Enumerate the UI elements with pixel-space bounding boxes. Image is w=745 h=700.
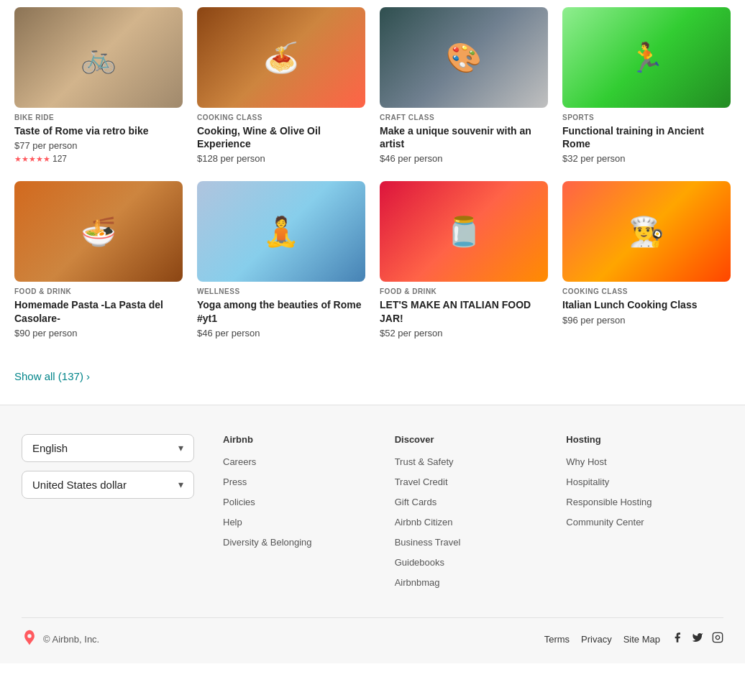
experience-grid: 🚲 BIKE RIDE Taste of Rome via retro bike… xyxy=(0,0,745,363)
review-count: 127 xyxy=(52,154,67,164)
footer-link[interactable]: Travel Credit xyxy=(395,476,448,487)
footer-col-discover: DiscoverTrust & SafetyTravel CreditGift … xyxy=(395,434,552,596)
card-image: 🧘 xyxy=(197,181,365,282)
experience-card[interactable]: 🧘 WELLNESS Yoga among the beauties of Ro… xyxy=(197,181,365,341)
experience-card[interactable]: 🚲 BIKE RIDE Taste of Rome via retro bike… xyxy=(14,7,183,167)
card-price: $52 per person xyxy=(380,328,548,339)
card-image: 👨‍🍳 xyxy=(562,181,731,282)
footer-link[interactable]: Guidebooks xyxy=(395,557,444,568)
card-title: Italian Lunch Cooking Class xyxy=(562,298,731,311)
footer-link[interactable]: Gift Cards xyxy=(395,497,437,507)
card-image: 🏃 xyxy=(562,7,731,108)
svg-rect-0 xyxy=(713,633,722,643)
card-image-emoji: 🚲 xyxy=(14,7,183,108)
card-image: 🍝 xyxy=(197,7,365,108)
social-icons xyxy=(672,632,723,646)
copyright-text: © Airbnb, Inc. xyxy=(43,634,99,645)
card-image-emoji: 🍜 xyxy=(14,181,183,282)
card-image-emoji: 🎨 xyxy=(380,7,548,108)
footer-link-item: Diversity & Belonging xyxy=(223,535,380,548)
footer-bottom-left: © Airbnb, Inc. xyxy=(22,630,99,649)
footer-link[interactable]: Airbnb Citizen xyxy=(395,517,453,528)
experience-card[interactable]: 🍜 FOOD & DRINK Homemade Pasta -La Pasta … xyxy=(14,181,183,341)
experience-card[interactable]: 🏃 SPORTS Functional training in Ancient … xyxy=(562,7,731,167)
card-title: Cooking, Wine & Olive Oil Experience xyxy=(197,124,365,150)
footer-link[interactable]: Why Host xyxy=(566,456,606,467)
experience-card[interactable]: 🫙 FOOD & DRINK LET'S MAKE AN ITALIAN FOO… xyxy=(380,181,548,341)
card-rating: ★★★★★ 127 xyxy=(14,154,183,164)
experience-card[interactable]: 👨‍🍳 COOKING CLASS Italian Lunch Cooking … xyxy=(562,181,731,341)
footer-col-airbnb: AirbnbCareersPressPoliciesHelpDiversity … xyxy=(223,434,380,596)
footer-link-item: Gift Cards xyxy=(395,495,552,508)
card-title: Functional training in Ancient Rome xyxy=(562,124,731,150)
footer-link-item: Why Host xyxy=(566,455,723,468)
footer-col-heading: Airbnb xyxy=(223,434,380,445)
card-image: 🍜 xyxy=(14,181,183,282)
stars-icon: ★★★★★ xyxy=(14,155,50,164)
card-price: $32 per person xyxy=(562,153,731,164)
footer-link[interactable]: Trust & Safety xyxy=(395,456,454,467)
experience-card[interactable]: 🍝 COOKING CLASS Cooking, Wine & Olive Oi… xyxy=(197,7,365,167)
show-all-link[interactable]: Show all (137) › xyxy=(14,370,90,382)
card-image-emoji: 🏃 xyxy=(562,7,731,108)
footer: English ▾ United States dollar ▾ AirbnbC… xyxy=(0,405,745,663)
card-category: BIKE RIDE xyxy=(14,114,183,121)
card-image-emoji: 🫙 xyxy=(380,181,548,282)
footer-link-item: Press xyxy=(223,475,380,488)
footer-link-item: Airbnb Citizen xyxy=(395,515,552,528)
chevron-down-icon: ▾ xyxy=(178,479,183,490)
experience-card[interactable]: 🎨 CRAFT CLASS Make a unique souvenir wit… xyxy=(380,7,548,167)
footer-link[interactable]: Airbnbmag xyxy=(395,577,440,588)
card-category: WELLNESS xyxy=(197,287,365,295)
sitemap-link[interactable]: Site Map xyxy=(623,634,660,645)
card-image-emoji: 👨‍🍳 xyxy=(562,181,731,282)
card-image-emoji: 🧘 xyxy=(197,181,365,282)
currency-selector[interactable]: United States dollar ▾ xyxy=(22,471,194,499)
footer-link-item: Travel Credit xyxy=(395,475,552,488)
card-price: $46 per person xyxy=(380,153,548,164)
footer-link-item: Hospitality xyxy=(566,475,723,488)
facebook-icon[interactable] xyxy=(672,632,683,646)
privacy-link[interactable]: Privacy xyxy=(581,634,612,645)
twitter-icon[interactable] xyxy=(692,632,703,646)
instagram-icon[interactable] xyxy=(712,632,723,646)
airbnb-logo-icon xyxy=(22,630,37,649)
card-category: SPORTS xyxy=(562,114,731,121)
footer-link[interactable]: Help xyxy=(223,517,242,528)
footer-link[interactable]: Hospitality xyxy=(566,476,609,487)
footer-link[interactable]: Responsible Hosting xyxy=(566,497,652,507)
card-title: Homemade Pasta -La Pasta del Casolare- xyxy=(14,298,183,324)
card-price: $46 per person xyxy=(197,328,365,339)
footer-link-item: Community Center xyxy=(566,515,723,528)
terms-link[interactable]: Terms xyxy=(544,634,570,645)
card-category: COOKING CLASS xyxy=(562,287,731,295)
footer-link-item: Business Travel xyxy=(395,535,552,548)
card-title: Taste of Rome via retro bike xyxy=(14,124,183,137)
footer-link-item: Airbnbmag xyxy=(395,576,552,589)
language-selector[interactable]: English ▾ xyxy=(22,434,194,462)
footer-bottom: © Airbnb, Inc. Terms Privacy Site Map xyxy=(22,617,723,649)
show-all-container: Show all (137) › xyxy=(0,363,745,405)
footer-link-item: Help xyxy=(223,515,380,528)
card-price: $90 per person xyxy=(14,328,183,339)
footer-link-item: Responsible Hosting xyxy=(566,495,723,508)
footer-bottom-right: Terms Privacy Site Map xyxy=(544,632,723,646)
card-image: 🚲 xyxy=(14,7,183,108)
footer-link[interactable]: Diversity & Belonging xyxy=(223,537,312,548)
card-image: 🫙 xyxy=(380,181,548,282)
footer-col-heading: Discover xyxy=(395,434,552,445)
footer-link[interactable]: Community Center xyxy=(566,517,644,528)
card-title: Yoga among the beauties of Rome #yt1 xyxy=(197,298,365,324)
currency-label: United States dollar xyxy=(32,479,127,491)
footer-link[interactable]: Policies xyxy=(223,497,255,507)
card-price: $128 per person xyxy=(197,153,365,164)
footer-col-hosting: HostingWhy HostHospitalityResponsible Ho… xyxy=(566,434,723,596)
footer-locale: English ▾ United States dollar ▾ xyxy=(22,434,209,596)
footer-link-item: Policies xyxy=(223,495,380,508)
card-category: COOKING CLASS xyxy=(197,114,365,121)
footer-link[interactable]: Careers xyxy=(223,456,256,467)
card-title: LET'S MAKE AN ITALIAN FOOD JAR! xyxy=(380,298,548,324)
footer-link[interactable]: Press xyxy=(223,476,247,487)
footer-link[interactable]: Business Travel xyxy=(395,537,461,548)
footer-col-heading: Hosting xyxy=(566,434,723,445)
